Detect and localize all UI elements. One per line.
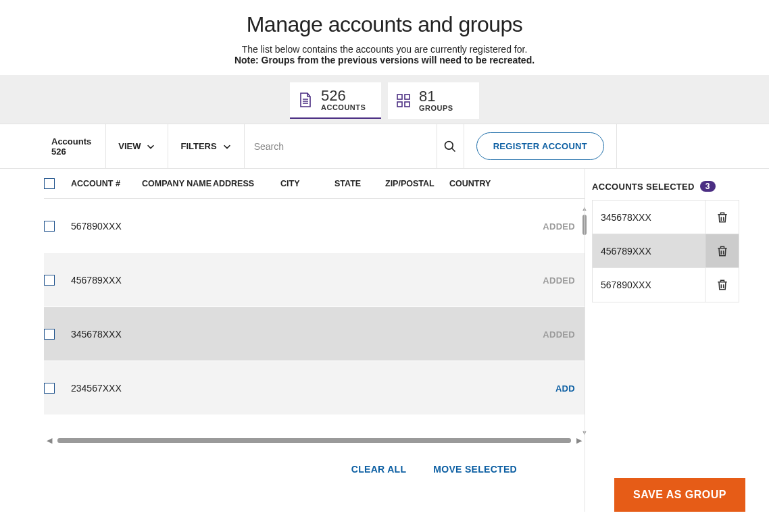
row-checkbox[interactable] — [44, 275, 55, 286]
selected-row: 456789XXX — [593, 234, 739, 268]
row-status-add[interactable]: ADD — [555, 383, 575, 394]
table-row[interactable]: 456789XXXADDED — [44, 253, 585, 307]
row-account: 456789XXX — [71, 275, 142, 286]
search-icon — [443, 140, 457, 153]
col-address: ADDRESS — [213, 179, 280, 188]
svg-rect-1 — [405, 95, 410, 99]
row-status-added: ADDED — [543, 221, 575, 232]
select-all-checkbox[interactable] — [44, 178, 55, 189]
col-state: STATE — [334, 179, 385, 188]
row-checkbox[interactable] — [44, 221, 55, 232]
register-account-button[interactable]: REGISTER ACCOUNT — [476, 132, 604, 160]
scroll-right-icon: ▶ — [574, 436, 585, 445]
page-title: Manage accounts and groups — [0, 12, 769, 37]
toolbar-accounts-count: 526 — [51, 147, 66, 157]
page-subtitle: The list below contains the accounts you… — [0, 44, 769, 55]
svg-rect-3 — [405, 102, 410, 107]
toolbar-accounts-label: Accounts — [51, 136, 91, 147]
tab-groups[interactable]: 81 GROUPS — [388, 82, 479, 119]
svg-rect-2 — [397, 102, 402, 107]
view-label: VIEW — [118, 141, 141, 151]
chevron-down-icon — [146, 142, 155, 151]
row-account: 234567XXX — [71, 383, 142, 394]
move-selected-button[interactable]: MOVE SELECTED — [433, 464, 517, 475]
selected-account: 456789XXX — [593, 246, 705, 257]
svg-rect-0 — [397, 95, 402, 99]
view-dropdown[interactable]: VIEW — [105, 124, 168, 168]
tab-groups-label: GROUPS — [419, 104, 453, 112]
note-text: Groups from the previous versions will n… — [262, 55, 535, 65]
filters-label: FILTERS — [180, 141, 216, 151]
search-button[interactable] — [437, 124, 464, 168]
table-row[interactable]: 234567XXXADD — [44, 361, 585, 415]
remove-selected-button[interactable] — [705, 268, 739, 302]
row-status-added: ADDED — [543, 275, 575, 286]
tab-accounts[interactable]: 526 ACCOUNTS — [290, 82, 381, 119]
search-input[interactable] — [254, 141, 427, 152]
table-row[interactable]: 123456XXXADD — [44, 415, 585, 432]
row-checkbox[interactable] — [44, 383, 55, 394]
trash-icon — [716, 210, 729, 225]
grid-icon — [395, 92, 412, 109]
table-row[interactable]: 345678XXXADDED — [44, 307, 585, 361]
row-account: 567890XXX — [71, 221, 142, 232]
col-company: COMPANY NAME — [142, 179, 213, 188]
row-account: 345678XXX — [71, 329, 142, 340]
col-zip: ZIP/POSTAL — [385, 179, 449, 188]
clear-all-button[interactable]: CLEAR ALL — [351, 464, 407, 475]
row-status-added: ADDED — [543, 329, 575, 340]
svg-point-4 — [445, 141, 453, 149]
selected-account: 567890XXX — [593, 280, 705, 290]
tab-accounts-label: ACCOUNTS — [321, 103, 366, 111]
scroll-left-icon: ◀ — [44, 436, 55, 445]
selected-row: 345678XXX — [593, 201, 739, 234]
trash-icon — [716, 244, 729, 259]
save-as-group-button[interactable]: SAVE AS GROUP — [614, 478, 745, 512]
remove-selected-button[interactable] — [705, 201, 739, 234]
tab-accounts-count: 526 — [321, 88, 366, 103]
col-city: CITY — [280, 179, 334, 188]
row-checkbox[interactable] — [44, 329, 55, 340]
selected-heading: ACCOUNTS SELECTED — [592, 182, 695, 192]
remove-selected-button[interactable] — [705, 234, 739, 267]
note-label: Note: — [234, 55, 259, 65]
table-row[interactable]: 567890XXXADDED — [44, 199, 585, 253]
selected-count-badge: 3 — [700, 181, 716, 192]
filters-dropdown[interactable]: FILTERS — [168, 124, 244, 168]
horizontal-scrollbar[interactable]: ◀ ▶ — [44, 436, 585, 445]
col-country: COUNTRY — [449, 179, 510, 188]
document-icon — [297, 91, 314, 109]
tab-groups-count: 81 — [419, 89, 453, 104]
selected-row: 567890XXX — [593, 268, 739, 302]
chevron-down-icon — [222, 142, 232, 151]
col-account: ACCOUNT # — [71, 179, 142, 188]
trash-icon — [716, 277, 729, 292]
selected-account: 345678XXX — [593, 212, 705, 223]
